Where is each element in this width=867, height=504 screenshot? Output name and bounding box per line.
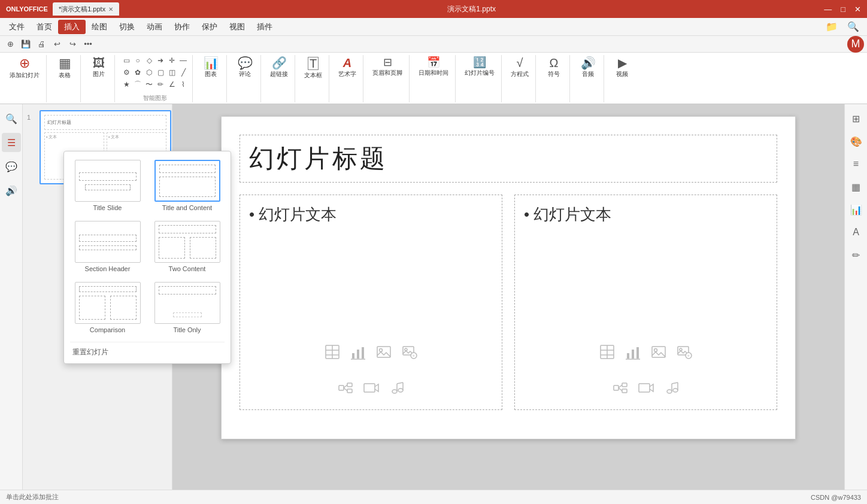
menu-animation[interactable]: 动画 <box>141 20 168 34</box>
datetime-button[interactable]: 📅 日期和时间 <box>416 55 451 79</box>
menu-view[interactable]: 视图 <box>223 20 251 34</box>
search-icon[interactable]: 🔍 <box>842 19 864 35</box>
menu-insert[interactable]: 插入 <box>58 20 86 34</box>
sidebar-comments[interactable]: 💬 <box>2 157 21 176</box>
shape-arc[interactable]: ⌒ <box>132 79 143 90</box>
reset-slide-button[interactable]: 重置幻灯片 <box>70 342 225 357</box>
insert-media-icon-left[interactable]: + + <box>401 344 418 365</box>
svg-rect-4 <box>352 353 354 359</box>
right-sidebar-theme[interactable]: 🎨 <box>847 132 866 151</box>
shape-star[interactable]: ★ <box>121 79 132 90</box>
menu-file[interactable]: 文件 <box>3 20 31 34</box>
insert-image-icon-right[interactable] <box>650 344 667 365</box>
print-button[interactable]: 🖨 <box>34 37 48 51</box>
insert-video-icon-left[interactable] <box>363 379 380 400</box>
layout-col-left <box>159 237 185 259</box>
insert-table-icon-right[interactable] <box>599 344 616 365</box>
layout-title-content[interactable]: Title and Content <box>150 157 225 214</box>
audio-button[interactable]: 🔊 音频 <box>576 55 600 80</box>
table-button[interactable]: ▦ 表格 <box>53 55 77 81</box>
document-tab[interactable]: *演示文稿1.pptx ✕ <box>53 2 119 16</box>
insert-audio-icon-right[interactable] <box>663 379 680 400</box>
shape-line[interactable]: — <box>178 55 189 66</box>
video-items: ▶ 视频 <box>610 55 634 102</box>
shape-eraser[interactable]: ⌇ <box>178 79 189 90</box>
right-sidebar-signature[interactable]: ✏ <box>847 245 866 265</box>
layout-two-content[interactable]: Two Content <box>150 218 225 275</box>
minimize-button[interactable]: — <box>824 5 832 14</box>
insert-media-icon-right[interactable]: + <box>676 344 693 365</box>
shape-rect[interactable]: ▭ <box>121 55 132 66</box>
picture-button[interactable]: 🖼 图片 <box>87 55 111 80</box>
layout-title-only[interactable]: Title Only <box>150 280 225 336</box>
slide-content-right[interactable]: • 幻灯片文本 <box>514 195 777 410</box>
insert-video-icon-right[interactable] <box>638 379 654 400</box>
insert-smartart-icon-right[interactable] <box>612 379 629 400</box>
shape-diamond[interactable]: ◇ <box>144 55 154 66</box>
layout-col-right <box>190 237 216 259</box>
new-button[interactable]: ⊕ <box>3 37 17 51</box>
menu-plugins[interactable]: 插件 <box>251 20 278 34</box>
insert-table-icon-left[interactable] <box>324 344 341 365</box>
comment-button[interactable]: 💬 评论 <box>233 55 257 80</box>
right-sidebar-table[interactable]: ▦ <box>847 177 866 196</box>
chart-button[interactable]: 📊 图表 <box>199 55 223 80</box>
slide-title-area[interactable]: 幻灯片标题 <box>240 135 777 183</box>
sidebar-audio[interactable]: 🔊 <box>2 181 21 200</box>
shape-flower[interactable]: ✿ <box>132 67 143 78</box>
insert-smartart-icon-left[interactable] <box>337 379 354 400</box>
wordart-button[interactable]: A 艺术字 <box>335 55 359 80</box>
layout-section-header[interactable]: Section Header <box>70 218 145 275</box>
layout-comparison[interactable]: Comparison <box>70 280 145 336</box>
shape-draw[interactable]: ✏ <box>155 79 166 90</box>
redo-button[interactable]: ↪ <box>65 37 80 51</box>
shape-wave[interactable]: 〜 <box>144 79 154 90</box>
user-avatar[interactable]: M <box>847 36 864 53</box>
hyperlink-button[interactable]: 🔗 超链接 <box>267 55 291 80</box>
more-button[interactable]: ••• <box>81 37 95 51</box>
tab-label: *演示文稿1.pptx <box>59 5 105 14</box>
layout-comp-top <box>79 286 137 292</box>
symbol-button[interactable]: Ω 符号 <box>542 55 566 80</box>
right-sidebar-chart[interactable]: 📊 <box>847 200 866 219</box>
close-button[interactable]: ✕ <box>854 5 861 14</box>
tab-close-icon[interactable]: ✕ <box>108 6 113 13</box>
headerfoot-button[interactable]: ⊟ 页眉和页脚 <box>369 55 405 79</box>
equation-button[interactable]: √ 方程式 <box>508 55 532 80</box>
shape-rounded-rect[interactable]: ▢ <box>155 67 166 78</box>
right-sidebar-text[interactable]: A <box>847 223 866 242</box>
save-button[interactable]: 💾 <box>19 37 33 51</box>
shape-plus[interactable]: ✛ <box>166 55 177 66</box>
shape-circle[interactable]: ○ <box>132 55 143 66</box>
slide-content-left[interactable]: • 幻灯片文本 <box>240 195 502 410</box>
add-slide-button[interactable]: ⊕ 添加幻灯片 <box>7 55 43 81</box>
right-sidebar-paragraph[interactable]: ≡ <box>847 154 866 174</box>
insert-chart-icon-left[interactable] <box>350 344 366 365</box>
layout-title-slide[interactable]: Title Slide <box>70 157 145 214</box>
shape-diagonal[interactable]: ╱ <box>178 67 189 78</box>
insert-image-icon-left[interactable] <box>375 344 392 365</box>
menu-home[interactable]: 首页 <box>31 20 58 34</box>
sidebar-search[interactable]: 🔍 <box>2 109 21 128</box>
insert-audio-icon-left[interactable] <box>389 379 405 400</box>
menu-protect[interactable]: 保护 <box>196 20 223 34</box>
save-to-cloud-icon[interactable]: 📁 <box>821 19 842 35</box>
sidebar-slides[interactable]: ☰ <box>2 133 21 152</box>
insert-chart-icon-right[interactable] <box>625 344 641 365</box>
layout-sub-line <box>85 184 131 190</box>
shape-hex[interactable]: ⬡ <box>144 67 154 78</box>
menu-collaborate[interactable]: 协作 <box>168 20 196 34</box>
textbox-button[interactable]: T 文本框 <box>301 55 325 81</box>
shape-arrow[interactable]: ➜ <box>155 55 166 66</box>
shape-angle[interactable]: ∠ <box>166 79 177 90</box>
shape-gear[interactable]: ⚙ <box>121 67 132 78</box>
maximize-button[interactable]: □ <box>841 5 845 14</box>
slidenumber-button[interactable]: 🔢 幻灯片编号 <box>462 55 498 79</box>
shape-frame[interactable]: ◫ <box>166 67 177 78</box>
video-button[interactable]: ▶ 视频 <box>610 55 634 80</box>
menu-draw[interactable]: 绘图 <box>86 20 113 34</box>
undo-button[interactable]: ↩ <box>50 37 64 51</box>
menu-transition[interactable]: 切换 <box>113 20 141 34</box>
chart-items: 📊 图表 <box>199 55 223 102</box>
right-sidebar-layout[interactable]: ⊞ <box>847 109 866 128</box>
